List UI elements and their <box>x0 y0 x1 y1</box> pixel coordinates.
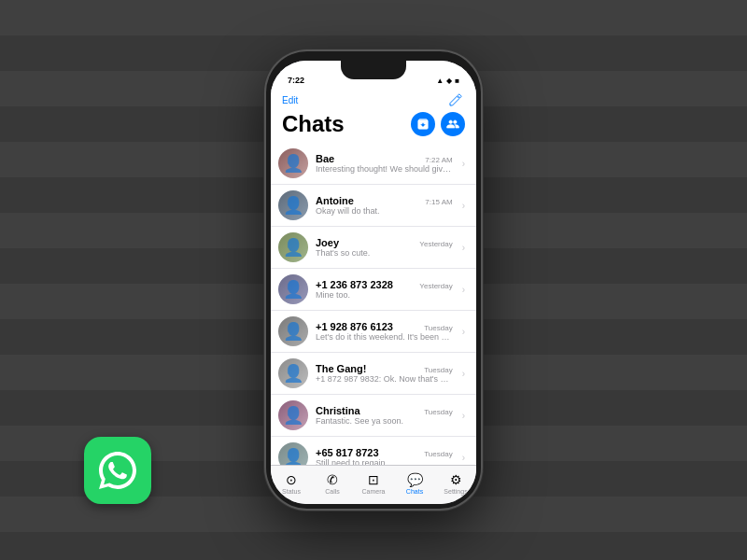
tab-chats[interactable]: 💬 Chats <box>394 472 435 495</box>
chevron-icon: › <box>462 201 465 211</box>
wifi-icon: ◆ <box>446 77 452 85</box>
avatar-gang: 👤 <box>278 358 308 388</box>
chat-name-christina: Christina <box>316 405 360 416</box>
header-actions <box>411 112 465 136</box>
status-icons: ▲ ◆ ■ <box>436 77 459 85</box>
chat-item-antoine[interactable]: 👤 Antoine 7:15 AM Okay will do that. › <box>271 185 476 227</box>
chat-preview-bae: Interesting thought! We should give it a… <box>316 164 453 174</box>
chat-item-gang[interactable]: 👤 The Gang! Tuesday +1 872 987 9832: Ok.… <box>271 353 476 395</box>
tab-camera[interactable]: ⊡ Camera <box>353 472 394 495</box>
chat-preview-number2: Let's do it this weekend. It's been so l… <box>316 332 453 342</box>
chat-preview-joey: That's so cute. <box>316 248 453 258</box>
chat-preview-number1: Mine too. <box>316 290 453 300</box>
chat-name-number2: +1 928 876 6123 <box>316 321 393 332</box>
chevron-icon: › <box>462 327 465 337</box>
edit-button[interactable]: Edit <box>282 95 298 105</box>
chevron-icon: › <box>462 285 465 295</box>
signal-icon: ▲ <box>436 77 444 85</box>
compose-button[interactable] <box>446 91 465 109</box>
phone-screen: 7:22 ▲ ◆ ■ Edit Chat <box>271 61 476 504</box>
chat-name-joey: Joey <box>316 237 339 248</box>
status-time: 7:22 <box>288 76 304 85</box>
page-title: Chats <box>282 111 345 137</box>
chat-time-antoine: 7:15 AM <box>425 198 452 206</box>
tab-bar: ⊙ Status ✆ Calls ⊡ Camera 💬 Chats ⚙ S <box>271 465 476 504</box>
chat-name-gang: The Gang! <box>316 363 366 374</box>
chat-item-number2[interactable]: 👤 +1 928 876 6123 Tuesday Let's do it th… <box>271 311 476 353</box>
chevron-icon: › <box>462 453 465 463</box>
chat-preview-gang: +1 872 987 9832: Ok. Now that's a bit sh… <box>316 374 453 384</box>
chat-preview-number3: Still need to regain. <box>316 458 453 465</box>
chat-name-bae: Bae <box>316 153 334 164</box>
chat-content-bae: Bae 7:22 AM Interesting thought! We shou… <box>316 153 453 174</box>
chat-time-joey: Yesterday <box>419 240 452 248</box>
chats-tab-label: Chats <box>406 488 423 495</box>
settings-tab-label: Settings <box>444 488 467 495</box>
status-tab-label: Status <box>282 488 301 495</box>
avatar-number3: 👤 <box>278 442 308 465</box>
settings-tab-icon: ⚙ <box>450 472 462 487</box>
calls-tab-icon: ✆ <box>327 472 338 487</box>
calls-tab-label: Calls <box>325 488 340 495</box>
archive-button[interactable] <box>411 112 435 136</box>
avatar-joey: 👤 <box>278 232 308 262</box>
chat-content-antoine: Antoine 7:15 AM Okay will do that. <box>316 195 453 216</box>
chat-item-joey[interactable]: 👤 Joey Yesterday That's so cute. › <box>271 227 476 269</box>
chevron-icon: › <box>462 243 465 253</box>
chat-item-number3[interactable]: 👤 +65 817 8723 Tuesday Still need to reg… <box>271 437 476 465</box>
camera-tab-label: Camera <box>362 488 386 495</box>
chat-time-number3: Tuesday <box>424 450 452 458</box>
chats-tab-icon: 💬 <box>407 472 423 487</box>
tab-status[interactable]: ⊙ Status <box>271 472 312 495</box>
camera-tab-icon: ⊡ <box>368 472 379 487</box>
chat-content-number1: +1 236 873 2328 Yesterday Mine too. <box>316 279 453 300</box>
avatar-number2: 👤 <box>278 316 308 346</box>
chat-content-number3: +65 817 8723 Tuesday Still need to regai… <box>316 447 453 465</box>
chat-time-christina: Tuesday <box>424 408 452 416</box>
chat-item-number1[interactable]: 👤 +1 236 873 2328 Yesterday Mine too. › <box>271 269 476 311</box>
chat-name-antoine: Antoine <box>316 195 354 206</box>
chat-content-number2: +1 928 876 6123 Tuesday Let's do it this… <box>316 321 453 342</box>
chat-name-number1: +1 236 873 2328 <box>316 279 393 290</box>
chat-content-joey: Joey Yesterday That's so cute. <box>316 237 453 258</box>
chat-time-bae: 7:22 AM <box>425 156 452 164</box>
tab-settings[interactable]: ⚙ Settings <box>435 472 476 495</box>
chat-time-number2: Tuesday <box>424 324 452 332</box>
chat-content-gang: The Gang! Tuesday +1 872 987 9832: Ok. N… <box>316 363 453 384</box>
chat-preview-antoine: Okay will do that. <box>316 206 453 216</box>
status-tab-icon: ⊙ <box>286 472 297 487</box>
chat-name-number3: +65 817 8723 <box>316 447 379 458</box>
chat-time-number1: Yesterday <box>419 282 452 290</box>
avatar-bae: 👤 <box>278 148 308 178</box>
avatar-christina: 👤 <box>278 400 308 430</box>
battery-icon: ■ <box>455 77 459 85</box>
chevron-icon: › <box>462 369 465 379</box>
chat-content-christina: Christina Tuesday Fantastic. See ya soon… <box>316 405 453 426</box>
tab-calls[interactable]: ✆ Calls <box>312 472 353 495</box>
chat-item-bae[interactable]: 👤 Bae 7:22 AM Interesting thought! We sh… <box>271 143 476 185</box>
chat-list: 👤 Bae 7:22 AM Interesting thought! We sh… <box>271 143 476 465</box>
chevron-icon: › <box>462 411 465 421</box>
avatar-antoine: 👤 <box>278 190 308 220</box>
avatar-number1: 👤 <box>278 274 308 304</box>
phone-frame: 7:22 ▲ ◆ ■ Edit Chat <box>266 51 481 509</box>
phone-notch <box>341 61 406 79</box>
new-chat-button[interactable] <box>441 112 465 136</box>
chat-preview-christina: Fantastic. See ya soon. <box>316 416 453 426</box>
chat-time-gang: Tuesday <box>424 366 452 374</box>
whatsapp-app-icon[interactable] <box>84 437 151 504</box>
chevron-icon: › <box>462 159 465 169</box>
chat-item-christina[interactable]: 👤 Christina Tuesday Fantastic. See ya so… <box>271 395 476 437</box>
chats-header: Edit Chats <box>271 89 476 143</box>
